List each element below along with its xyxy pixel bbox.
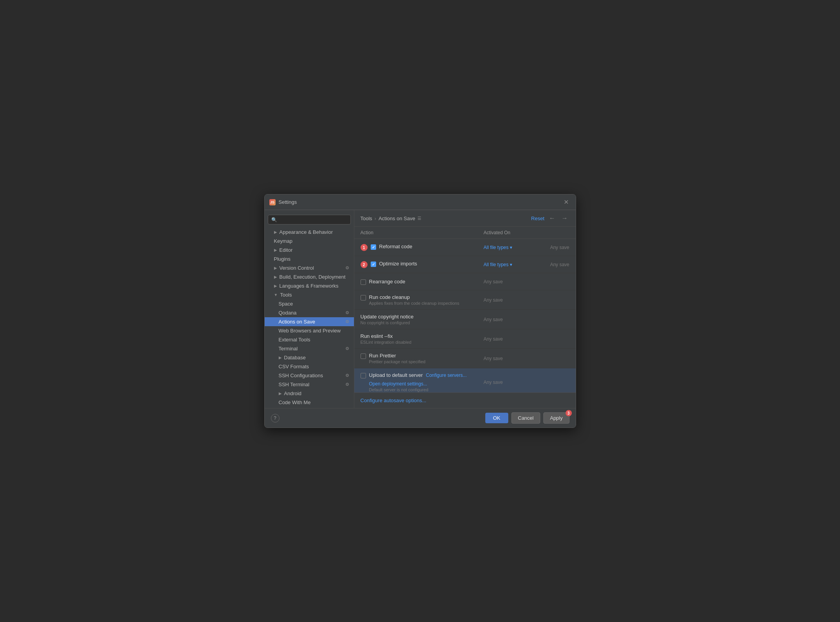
reset-button[interactable]: Reset bbox=[531, 216, 545, 221]
sidebar-item-space[interactable]: Space bbox=[265, 299, 354, 308]
row-text: Run Prettier Prettier package not specif… bbox=[369, 353, 426, 364]
chevron-icon: ▶ bbox=[274, 248, 277, 252]
sidebar-item-label: SSH Configurations bbox=[279, 373, 323, 378]
row-text: Update copyright notice No copyright is … bbox=[361, 314, 414, 325]
checkbox-run-prettier[interactable] bbox=[361, 353, 366, 359]
row-subtitle: Prettier package not specified bbox=[369, 359, 426, 364]
breadcrumb-actions: Reset ← → bbox=[531, 214, 569, 223]
sidebar-item-label: Database bbox=[284, 355, 306, 360]
sidebar-item-build-execution[interactable]: ▶ Build, Execution, Deployment bbox=[265, 272, 354, 281]
configure-servers-link[interactable]: Configure servers... bbox=[426, 373, 467, 378]
row-title: Run Prettier bbox=[369, 353, 426, 359]
title-bar-left: JS Settings bbox=[269, 199, 297, 205]
sidebar-item-appearance[interactable]: ▶ Appearance & Behavior bbox=[265, 228, 354, 237]
footer-link-area: Configure autosave options... bbox=[354, 392, 576, 408]
row-subtitle: No copyright is configured bbox=[361, 320, 414, 325]
help-button[interactable]: ? bbox=[271, 414, 279, 422]
checkbox-run-code-cleanup[interactable] bbox=[361, 295, 366, 300]
sidebar-item-database[interactable]: ▶ Database bbox=[265, 353, 354, 362]
sidebar-item-label: Space bbox=[279, 301, 293, 307]
sidebar-item-code-with-me[interactable]: Code With Me bbox=[265, 398, 354, 407]
sidebar-item-external-tools[interactable]: External Tools bbox=[265, 335, 354, 344]
file-type-button-reformat[interactable]: All file types ▾ bbox=[484, 245, 512, 250]
sidebar-item-csv-formats[interactable]: CSV Formats bbox=[265, 362, 354, 371]
row-subtitle: Default server is not configured bbox=[369, 387, 484, 392]
checkbox-optimize-imports[interactable] bbox=[371, 262, 376, 267]
sidebar-item-label: Android bbox=[284, 391, 302, 396]
file-type-button-optimize[interactable]: All file types ▾ bbox=[484, 262, 512, 267]
checkbox-rearrange-code[interactable] bbox=[361, 279, 366, 285]
title-bar: JS Settings ✕ bbox=[265, 194, 576, 210]
row-right: Any save bbox=[484, 356, 569, 361]
sidebar-item-languages[interactable]: ▶ Languages & Frameworks bbox=[265, 281, 354, 290]
sidebar-item-ssh-terminal[interactable]: SSH Terminal ⚙ bbox=[265, 380, 354, 389]
row-text: Reformat code bbox=[379, 244, 412, 249]
sidebar-item-actions-on-save[interactable]: Actions on Save ⚙ bbox=[265, 317, 354, 326]
gear-icon: ⚙ bbox=[345, 382, 349, 387]
back-button[interactable]: ← bbox=[548, 214, 557, 223]
sidebar-item-label: Terminal bbox=[279, 346, 298, 352]
search-input[interactable] bbox=[279, 217, 347, 223]
row-right: Any save bbox=[484, 297, 569, 303]
row-right: All file types ▾ Any save bbox=[484, 245, 569, 250]
breadcrumb-current: Actions on Save bbox=[378, 216, 415, 221]
row-right: Any save bbox=[484, 380, 569, 385]
sidebar-item-plugins[interactable]: Plugins bbox=[265, 254, 354, 263]
sidebar-item-version-control[interactable]: ▶ Version Control ⚙ bbox=[265, 263, 354, 272]
sidebar-item-ssh-configurations[interactable]: SSH Configurations ⚙ bbox=[265, 371, 354, 380]
sidebar-item-editor[interactable]: ▶ Editor bbox=[265, 246, 354, 254]
forward-button[interactable]: → bbox=[560, 214, 569, 223]
sidebar-item-web-browsers[interactable]: Web Browsers and Preview bbox=[265, 326, 354, 335]
sidebar-item-qodana[interactable]: Qodana ⚙ bbox=[265, 308, 354, 317]
configure-autosave-button[interactable]: Configure autosave options... bbox=[361, 398, 426, 403]
gear-icon: ⚙ bbox=[345, 373, 349, 378]
table-header: Action Activated On bbox=[354, 227, 576, 239]
row-subtitle: ESLint integration disabled bbox=[361, 340, 412, 345]
main-content: Tools › Actions on Save ☰ Reset ← → Acti… bbox=[354, 210, 576, 408]
chevron-icon: ▶ bbox=[279, 391, 282, 396]
sidebar-item-terminal[interactable]: Terminal ⚙ bbox=[265, 344, 354, 353]
sidebar-item-label: Build, Execution, Deployment bbox=[279, 274, 346, 280]
row-right: Any save bbox=[484, 279, 569, 284]
chevron-icon: ▶ bbox=[274, 266, 277, 270]
table-row: Upload to default server Configure serve… bbox=[354, 368, 576, 392]
ok-button[interactable]: OK bbox=[485, 413, 508, 423]
row-title: Update copyright notice bbox=[361, 314, 414, 320]
table-row: 1 Reformat code All file types ▾ Any sav… bbox=[354, 239, 576, 256]
open-deployment-link[interactable]: Open deployment settings... bbox=[369, 381, 427, 387]
activated-on: Any save bbox=[550, 245, 569, 250]
row-right: Any save bbox=[484, 317, 569, 322]
activated-on: Any save bbox=[484, 297, 503, 303]
gear-icon: ⚙ bbox=[345, 319, 349, 324]
chevron-icon: ▼ bbox=[274, 293, 278, 297]
breadcrumb: Tools › Actions on Save ☰ bbox=[361, 216, 422, 221]
search-box[interactable]: 🔍 bbox=[268, 215, 351, 224]
settings-icon[interactable]: ☰ bbox=[417, 216, 421, 221]
row-text: Run eslint --fix ESLint integration disa… bbox=[361, 333, 412, 345]
dialog-title: Settings bbox=[279, 199, 297, 205]
sidebar-item-tools[interactable]: ▼ Tools bbox=[265, 290, 354, 299]
sidebar-item-label: CSV Formats bbox=[279, 364, 309, 369]
row-subtitle: Applies fixes from the code cleanup insp… bbox=[369, 301, 460, 306]
chevron-icon: ▶ bbox=[279, 355, 282, 360]
column-activated-on: Activated On bbox=[484, 230, 569, 235]
row-text: Optimize imports bbox=[379, 261, 417, 267]
row-left: Run Prettier Prettier package not specif… bbox=[361, 353, 484, 364]
cancel-button[interactable]: Cancel bbox=[511, 412, 540, 424]
checkbox-reformat-code[interactable] bbox=[371, 244, 376, 250]
sidebar-item-android[interactable]: ▶ Android bbox=[265, 389, 354, 398]
close-button[interactable]: ✕ bbox=[561, 198, 571, 207]
table-area: Action Activated On 1 Reformat code All … bbox=[354, 227, 576, 392]
dialog-footer: ? OK Cancel Apply 3 bbox=[265, 408, 576, 428]
search-icon: 🔍 bbox=[271, 217, 277, 223]
sidebar-item-label: Actions on Save bbox=[279, 319, 315, 325]
chevron-icon: ▶ bbox=[274, 275, 277, 279]
sidebar-item-keymap[interactable]: Keymap bbox=[265, 237, 354, 246]
table-row: Run Prettier Prettier package not specif… bbox=[354, 349, 576, 368]
checkbox-upload-server[interactable] bbox=[361, 373, 366, 378]
sidebar-item-label: Web Browsers and Preview bbox=[279, 328, 341, 334]
gear-icon: ⚙ bbox=[345, 346, 349, 351]
apply-wrapper: Apply 3 bbox=[543, 412, 569, 424]
sidebar-item-label: Editor bbox=[279, 247, 293, 253]
sidebar-item-label: External Tools bbox=[279, 337, 310, 343]
